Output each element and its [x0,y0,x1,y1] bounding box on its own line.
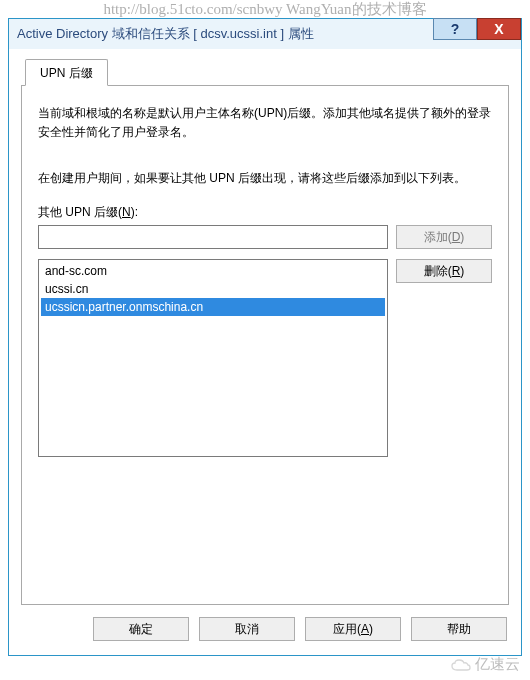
upn-suffix-label: 其他 UPN 后缀(N): [38,204,492,221]
remove-pre: 删除( [424,264,452,278]
list-item[interactable]: ucssi.cn [41,280,385,298]
dialog-client: UPN 后缀 当前域和根域的名称是默认用户主体名称(UPN)后缀。添加其他域名提… [9,49,521,655]
apply-pre: 应用( [333,622,361,636]
dialog-window: Active Directory 域和信任关系 [ dcsv.ucssi.int… [8,18,522,656]
add-pre: 添加( [424,230,452,244]
upn-suffix-input[interactable] [38,225,388,249]
logo-text: 亿速云 [475,655,520,674]
apply-button[interactable]: 应用(A) [305,617,401,641]
logo-watermark: 亿速云 [451,655,520,674]
cancel-button[interactable]: 取消 [199,617,295,641]
tab-panel: 当前域和根域的名称是默认用户主体名称(UPN)后缀。添加其他域名提供了额外的登录… [21,85,509,605]
apply-accel: A [361,622,369,636]
cloud-icon [451,658,471,672]
add-post: ) [460,230,464,244]
titlebar-close-button[interactable]: X [477,18,521,40]
description-1: 当前域和根域的名称是默认用户主体名称(UPN)后缀。添加其他域名提供了额外的登录… [38,104,492,141]
titlebar-text: Active Directory 域和信任关系 [ dcsv.ucssi.int… [17,25,314,43]
input-row: 添加(D) [38,225,492,249]
watermark-url: http://blog.51cto.com/scnbwy WangYuan的技术… [50,0,480,19]
label-accel: N [122,205,131,219]
add-button[interactable]: 添加(D) [396,225,492,249]
list-item[interactable]: ucssicn.partner.onmschina.cn [41,298,385,316]
dialog-buttons: 确定 取消 应用(A) 帮助 [21,617,509,641]
upn-suffix-listbox[interactable]: and-sc.comucssi.cnucssicn.partner.onmsch… [38,259,388,457]
help-button[interactable]: 帮助 [411,617,507,641]
list-item[interactable]: and-sc.com [41,262,385,280]
remove-post: ) [460,264,464,278]
titlebar: Active Directory 域和信任关系 [ dcsv.ucssi.int… [9,19,521,49]
ok-button[interactable]: 确定 [93,617,189,641]
titlebar-buttons: ? X [433,18,521,40]
label-post: ): [131,205,138,219]
remove-button[interactable]: 删除(R) [396,259,492,283]
description-2: 在创建用户期间，如果要让其他 UPN 后缀出现，请将这些后缀添加到以下列表。 [38,169,492,188]
label-pre: 其他 UPN 后缀( [38,205,122,219]
apply-post: ) [369,622,373,636]
tab-upn-suffix[interactable]: UPN 后缀 [25,59,108,86]
titlebar-help-button[interactable]: ? [433,18,477,40]
list-row: and-sc.comucssi.cnucssicn.partner.onmsch… [38,259,492,457]
tab-strip: UPN 后缀 [21,59,509,86]
